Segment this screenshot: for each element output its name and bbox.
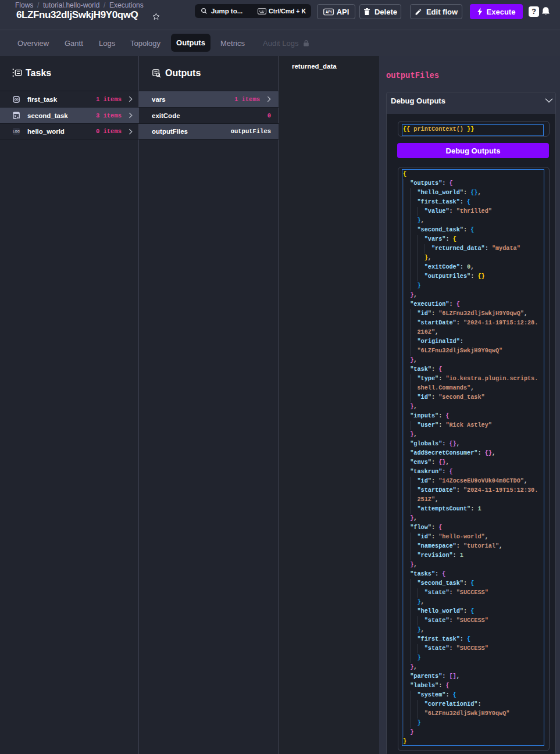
svg-text:API: API [325,10,331,14]
